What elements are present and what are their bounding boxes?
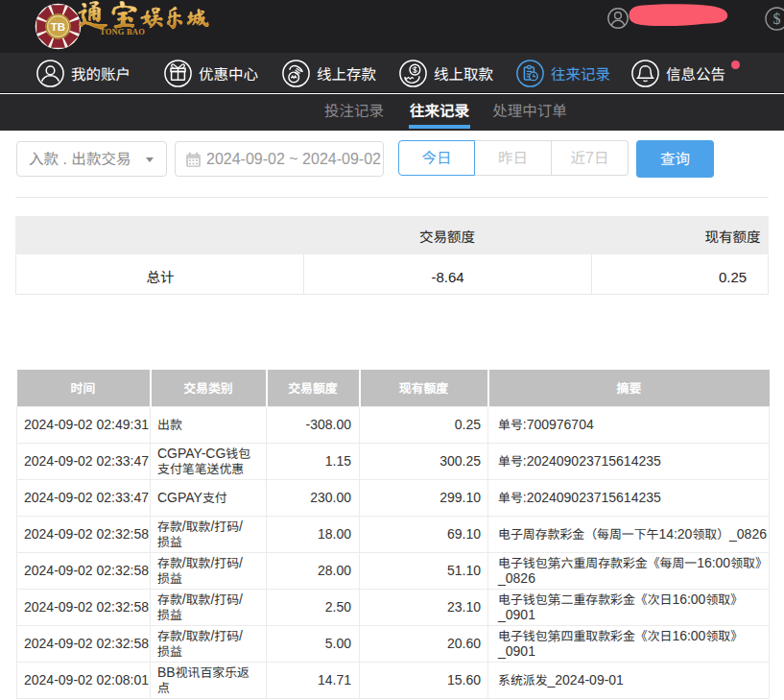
svg-text:$: $: [773, 11, 781, 27]
svg-text:TB: TB: [51, 21, 65, 33]
